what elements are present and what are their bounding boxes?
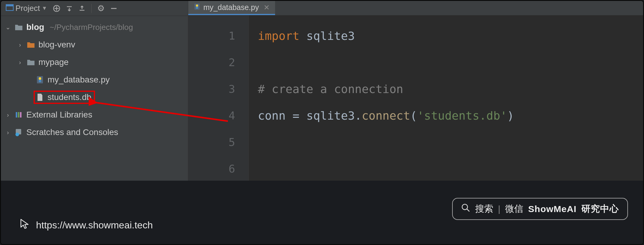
separator (91, 4, 92, 13)
tree-item-label: blog (26, 22, 44, 32)
project-view-selector[interactable]: Project ▼ (4, 2, 49, 14)
editor-tab-active[interactable]: my_database.py ✕ (188, 1, 275, 15)
chevron-right-icon: › (5, 129, 11, 136)
folder-icon (26, 58, 35, 67)
expand-all-button[interactable] (64, 3, 74, 14)
chevron-right-icon: › (5, 111, 11, 118)
tab-filename: my_database.py (203, 3, 259, 12)
tree-item-label: Scratches and Consoles (26, 127, 118, 137)
footer-url: https://www.showmeai.tech (19, 218, 153, 232)
scratches-icon (14, 128, 23, 137)
line-number: 3 (188, 76, 235, 102)
gear-icon: ⚙ (97, 3, 105, 13)
cursor-icon (19, 218, 31, 232)
footer-overlay: https://www.showmeai.tech 搜索 | 微信 ShowMe… (1, 181, 643, 244)
editor-pane: my_database.py ✕ 1 2 3 4 5 6 import sqli… (188, 1, 643, 182)
code-text: conn = sqlite3. (258, 109, 362, 122)
tree-item-blog-venv[interactable]: › blog-venv (1, 36, 188, 53)
highlight-annotation: students.db (34, 91, 95, 104)
wechat-label: 微信 (505, 203, 523, 215)
search-icon (461, 203, 470, 214)
sidebar-toolbar: Project ▼ ⚙ (1, 1, 188, 16)
project-tree[interactable]: ⌄ blog ~/PycharmProjects/blog › blog-ven… (1, 16, 188, 141)
chevron-right-icon: › (17, 41, 23, 48)
line-number: 2 (188, 49, 235, 76)
folder-icon (26, 40, 35, 49)
select-opened-file-button[interactable] (51, 3, 62, 14)
code-function: connect (362, 109, 410, 122)
tree-item-label: mypage (38, 57, 69, 67)
window-icon (6, 4, 14, 13)
tree-item-mypage[interactable]: › mypage (1, 53, 188, 71)
footer-url-text: https://www.showmeai.tech (36, 220, 153, 231)
tree-item-label: External Libraries (26, 110, 92, 120)
tree-item-path: ~/PycharmProjects/blog (50, 23, 133, 32)
project-sidebar: Project ▼ ⚙ ⌄ (1, 1, 188, 182)
python-file-icon (35, 75, 44, 84)
search-label: 搜索 (475, 203, 493, 215)
code-text: ( (410, 109, 417, 122)
line-number-gutter: 1 2 3 4 5 6 (188, 15, 249, 182)
tree-item-external-libraries[interactable]: › External Libraries (1, 106, 188, 124)
ide-area: Project ▼ ⚙ ⌄ (1, 1, 643, 182)
libraries-icon (14, 110, 23, 119)
line-number: 4 (188, 102, 235, 129)
tree-item-my-database[interactable]: my_database.py (1, 71, 188, 89)
tree-item-label: blog-venv (38, 40, 75, 50)
python-file-icon (194, 3, 200, 12)
tree-item-students-db[interactable]: students.db (1, 89, 188, 106)
line-number: 1 (188, 23, 235, 49)
project-label-text: Project (15, 4, 40, 13)
line-number: 5 (188, 129, 235, 156)
folder-icon (14, 23, 23, 32)
tree-item-scratches[interactable]: › Scratches and Consoles (1, 124, 188, 141)
hide-button[interactable] (109, 3, 119, 14)
file-icon (35, 93, 44, 102)
brand-name: ShowMeAI (528, 204, 577, 214)
separator: | (498, 204, 501, 214)
search-badge: 搜索 | 微信 ShowMeAI 研究中心 (452, 198, 628, 220)
tab-close-button[interactable]: ✕ (264, 3, 270, 12)
tree-item-label: students.db (48, 92, 91, 102)
svg-point-15 (15, 133, 19, 136)
svg-rect-12 (18, 112, 19, 118)
svg-rect-11 (16, 112, 17, 118)
svg-point-18 (462, 204, 468, 210)
tree-root-blog[interactable]: ⌄ blog ~/PycharmProjects/blog (1, 18, 188, 36)
settings-button[interactable]: ⚙ (96, 3, 106, 14)
code-string: 'students.db' (417, 109, 507, 122)
chevron-right-icon: › (17, 59, 23, 66)
brand-suffix: 研究中心 (581, 203, 619, 215)
code-keyword: import (258, 29, 299, 43)
tree-item-label: my_database.py (48, 75, 110, 85)
editor-body: 1 2 3 4 5 6 import sqlite3 # create a co… (188, 15, 643, 182)
editor-tab-bar: my_database.py ✕ (188, 1, 643, 15)
chevron-down-icon: ▼ (42, 5, 47, 11)
code-text: sqlite3 (299, 29, 355, 43)
code-comment: # create a connection (258, 82, 403, 96)
line-number: 6 (188, 156, 235, 182)
svg-rect-1 (6, 5, 13, 6)
collapse-all-button[interactable] (77, 3, 87, 14)
svg-rect-13 (20, 112, 21, 118)
svg-line-19 (467, 209, 469, 211)
chevron-down-icon: ⌄ (5, 24, 11, 31)
code-text: ) (507, 109, 514, 122)
code-editor[interactable]: import sqlite3 # create a connection con… (249, 15, 643, 182)
